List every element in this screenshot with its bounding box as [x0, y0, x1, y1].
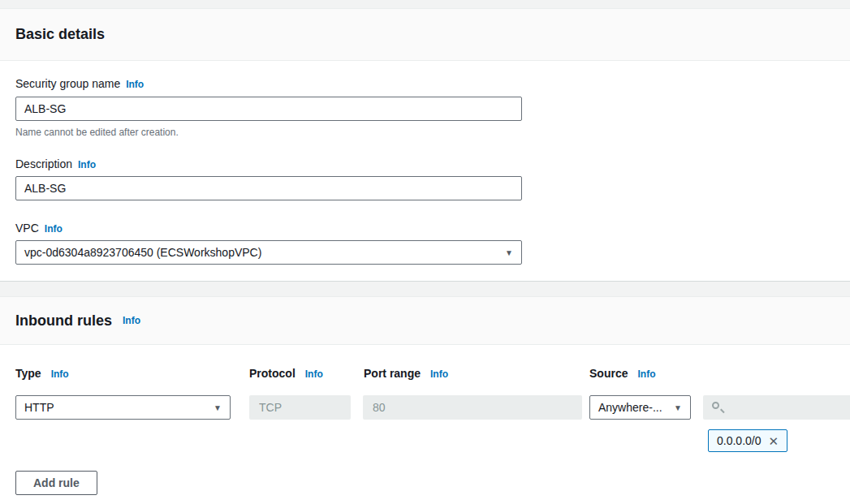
search-icon	[712, 402, 719, 409]
vpc-info-link[interactable]: Info	[45, 223, 63, 235]
protocol-input	[249, 395, 351, 420]
chevron-down-icon: ▼	[505, 248, 513, 257]
port-range-column-label: Port rangeInfo	[364, 367, 448, 380]
create-security-group-page: Basic details Security group nameInfo Na…	[0, 0, 850, 504]
type-select[interactable]: HTTP ▼	[15, 395, 231, 420]
port-range-label-text: Port range	[364, 367, 421, 380]
source-cidr-token: 0.0.0.0/0 ✕	[708, 429, 787, 452]
vpc-select[interactable]: vpc-0d6304a8923706450 (ECSWorkshopVPC) ▼	[15, 240, 522, 265]
security-group-name-input[interactable]	[15, 97, 522, 121]
vpc-label-text: VPC	[15, 222, 39, 235]
vpc-label: VPCInfo	[15, 222, 63, 235]
chevron-down-icon: ▼	[214, 403, 222, 412]
basic-details-body: Security group nameInfo Name cannot be e…	[0, 61, 850, 281]
type-select-value: HTTP	[24, 401, 54, 414]
security-group-name-helper-text: Name cannot be edited after creation.	[15, 127, 179, 138]
basic-details-title: Basic details	[15, 26, 105, 43]
protocol-label-text: Protocol	[249, 367, 296, 380]
inbound-rules-body: TypeInfo ProtocolInfo Port rangeInfo Sou…	[0, 345, 850, 504]
description-input[interactable]	[15, 176, 522, 200]
description-label: DescriptionInfo	[15, 157, 96, 170]
source-cidr-token-value: 0.0.0.0/0	[717, 434, 762, 447]
source-cidr-search-input[interactable]	[703, 395, 850, 420]
port-range-input	[363, 395, 582, 420]
source-label-text: Source	[589, 367, 628, 380]
security-group-name-info-link[interactable]: Info	[126, 79, 144, 90]
port-range-info-link[interactable]: Info	[430, 368, 448, 380]
inbound-rules-section: Inbound rules Info TypeInfo ProtocolInfo…	[0, 296, 850, 504]
type-info-link[interactable]: Info	[51, 368, 69, 380]
source-info-link[interactable]: Info	[637, 368, 655, 380]
source-column-label: SourceInfo	[589, 367, 655, 380]
description-label-text: Description	[15, 157, 72, 170]
close-icon[interactable]: ✕	[769, 435, 779, 447]
add-rule-button[interactable]: Add rule	[15, 471, 97, 495]
security-group-name-label: Security group nameInfo	[15, 77, 144, 90]
source-select-value: Anywhere-...	[598, 401, 662, 414]
basic-details-section: Basic details Security group nameInfo Na…	[0, 8, 850, 282]
description-info-link[interactable]: Info	[78, 159, 96, 170]
protocol-column-label: ProtocolInfo	[249, 367, 323, 380]
source-select[interactable]: Anywhere-... ▼	[589, 395, 691, 420]
chevron-down-icon: ▼	[674, 403, 682, 412]
protocol-info-link[interactable]: Info	[305, 368, 323, 380]
inbound-rules-header: Inbound rules Info	[0, 297, 850, 345]
vpc-select-value: vpc-0d6304a8923706450 (ECSWorkshopVPC)	[24, 246, 261, 259]
basic-details-header: Basic details	[0, 9, 850, 61]
security-group-name-label-text: Security group name	[15, 77, 120, 90]
type-column-label: TypeInfo	[15, 367, 69, 380]
source-cidr-search-box	[703, 395, 850, 420]
type-label-text: Type	[15, 367, 41, 380]
inbound-rules-title: Inbound rules	[15, 312, 112, 330]
inbound-rules-info-link[interactable]: Info	[123, 315, 140, 326]
